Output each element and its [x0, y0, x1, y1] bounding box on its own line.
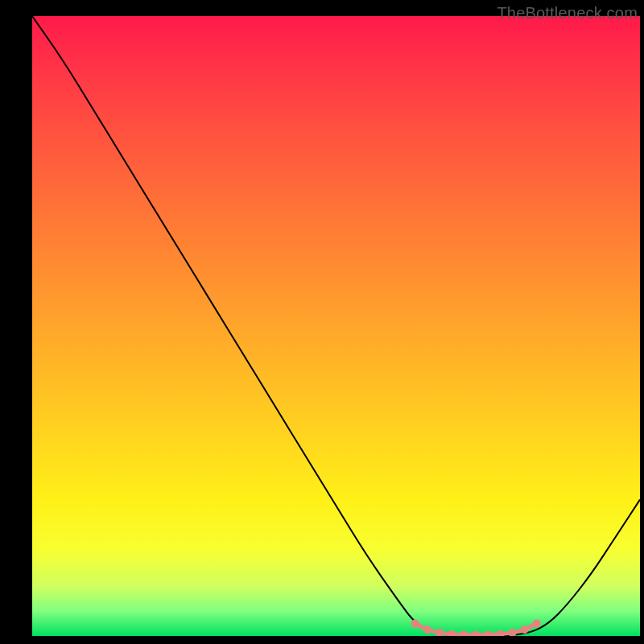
bottleneck-curve — [32, 16, 640, 636]
svg-point-10 — [533, 620, 541, 628]
svg-point-0 — [411, 620, 419, 628]
svg-point-6 — [484, 630, 492, 636]
svg-point-8 — [508, 629, 516, 636]
svg-point-1 — [423, 625, 431, 634]
curve-layer — [32, 16, 640, 636]
plot-area — [32, 16, 640, 636]
svg-point-2 — [436, 629, 444, 636]
watermark-text: TheBottleneck.com — [497, 4, 638, 23]
svg-point-7 — [496, 630, 504, 636]
svg-point-3 — [448, 630, 456, 636]
svg-point-4 — [460, 630, 468, 636]
svg-point-9 — [521, 625, 529, 634]
svg-point-5 — [472, 630, 480, 636]
chart-frame: TheBottleneck.com — [32, 4, 640, 636]
